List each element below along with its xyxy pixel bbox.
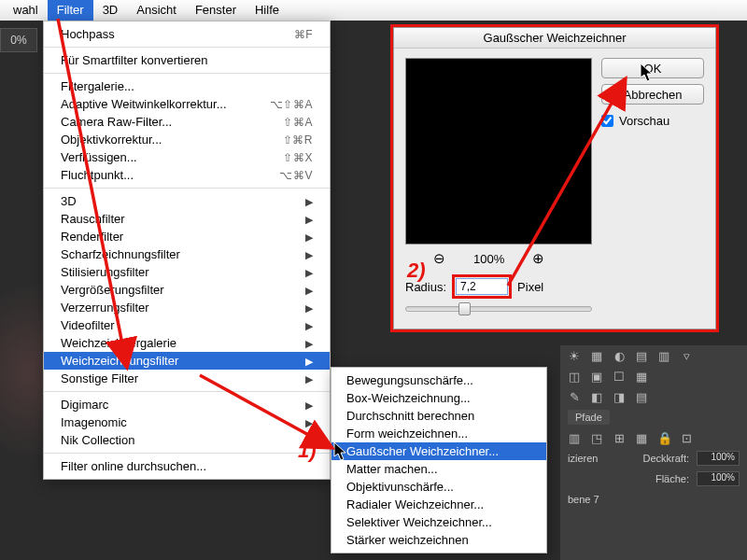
chevron-right-icon: ▶ [305, 249, 313, 260]
blur-submenu-item[interactable]: Stärker weichzeichnen [331, 531, 546, 549]
radius-slider-thumb[interactable] [458, 302, 471, 315]
filter-menu-item[interactable]: Filter online durchsuchen... [44, 457, 330, 475]
preview-checkbox-row[interactable]: Vorschau [601, 114, 704, 128]
blur-submenu-item[interactable]: Form weichzeichnen... [331, 425, 546, 442]
menu-3d[interactable]: 3D [93, 0, 128, 21]
panel-icon[interactable]: ▦ [635, 370, 648, 384]
filter-menu-item[interactable]: Nik Collection▶ [44, 431, 330, 449]
filter-menu-item[interactable]: Stilisierungsfilter▶ [44, 263, 330, 281]
fill-value[interactable]: 100% [697, 471, 740, 486]
filter-menu-item[interactable]: Verflüssigen...⇧⌘X [44, 148, 330, 166]
chevron-right-icon: ▶ [305, 196, 313, 207]
panel-icon[interactable]: ✎ [568, 390, 581, 404]
menu-hilfe[interactable]: Hilfe [246, 0, 289, 21]
menu-separator [44, 47, 330, 48]
blur-submenu-item[interactable]: Bewegungsunschärfe... [331, 371, 546, 389]
chevron-right-icon: ▶ [305, 417, 313, 428]
panel-icon[interactable]: ▿ [680, 349, 693, 363]
panel-icon[interactable]: ▤ [635, 349, 648, 363]
adjustment-icons-row: ☀▦◐▤▥▿ [560, 345, 747, 366]
panel-icons-row-3: ✎◧◨▤ [560, 386, 747, 407]
filter-menu-item[interactable]: Adaptive Weitwinkelkorrektur...⌥⇧⌘A [44, 95, 330, 113]
filter-menu-item[interactable]: Sonstige Filter▶ [44, 370, 330, 387]
panel-icon[interactable]: ▦ [590, 349, 603, 363]
filter-menu-item[interactable]: 3D▶ [44, 192, 330, 210]
panel-icon[interactable]: ▥ [657, 349, 670, 363]
filter-menu-item[interactable]: Rauschfilter▶ [44, 210, 330, 228]
panel-icon[interactable]: ◫ [568, 370, 581, 384]
filter-menu-item[interactable]: Scharfzeichnungsfilter▶ [44, 245, 330, 263]
panel-icon[interactable]: ◳ [590, 431, 603, 445]
menu-ansicht[interactable]: Ansicht [127, 0, 186, 21]
tab-paths[interactable]: Pfade [568, 410, 610, 425]
panel-icon[interactable]: ☀ [568, 349, 581, 363]
cancel-button[interactable]: Abbrechen [601, 84, 704, 105]
chevron-right-icon: ▶ [305, 373, 313, 385]
zoom-percent: 100% [473, 252, 504, 266]
blur-submenu-item[interactable]: Objektivunschärfe... [331, 478, 546, 496]
menubar: wahlFilter3DAnsichtFensterHilfe [0, 0, 747, 21]
preview-checkbox[interactable] [601, 115, 613, 127]
chevron-right-icon: ▶ [305, 302, 313, 314]
chevron-right-icon: ▶ [305, 231, 313, 243]
chevron-right-icon: ▶ [305, 320, 313, 331]
filter-menu-dropdown: Hochpass⌘FFür Smartfilter konvertierenFi… [43, 21, 331, 480]
preview-checkbox-label: Vorschau [619, 114, 669, 128]
zoom-out-icon[interactable]: ⊖ [433, 250, 445, 267]
blur-submenu-item[interactable]: Box-Weichzeichnung... [331, 389, 546, 407]
fill-row: Fläche: 100% [560, 469, 747, 489]
menu-filter[interactable]: Filter [48, 0, 93, 21]
filter-menu-item[interactable]: Weichzeichnungsfilter▶ [44, 352, 330, 370]
radius-input-highlight [452, 274, 512, 299]
chevron-right-icon: ▶ [305, 285, 313, 296]
preview-area[interactable] [405, 58, 592, 245]
chevron-right-icon: ▶ [305, 338, 313, 349]
panel-icon[interactable]: 🔒 [657, 431, 670, 445]
filter-menu-item[interactable]: Filtergalerie... [44, 77, 330, 95]
filter-menu-item[interactable]: Objektivkorrektur...⇧⌘R [44, 131, 330, 148]
zoom-in-icon[interactable]: ⊕ [532, 250, 544, 267]
panel-icon[interactable]: ◧ [590, 390, 603, 404]
filter-menu-item[interactable]: Imagenomic▶ [44, 413, 330, 431]
filter-menu-item[interactable]: Videofilter▶ [44, 316, 330, 334]
blur-submenu-item[interactable]: Matter machen... [331, 460, 546, 478]
layer-row[interactable]: bene 7 [560, 489, 747, 510]
filter-menu-item[interactable]: Renderfilter▶ [44, 228, 330, 245]
menu-fenster[interactable]: Fenster [186, 0, 246, 21]
radius-unit: Pixel [517, 280, 543, 294]
ok-button[interactable]: OK [601, 58, 704, 78]
filter-menu-item[interactable]: Hochpass⌘F [44, 25, 330, 43]
filter-menu-item[interactable]: Vergrößerungsfilter▶ [44, 281, 330, 299]
panel-icon[interactable]: ▣ [590, 370, 603, 384]
zoom-level[interactable]: 0% [0, 28, 37, 52]
filter-menu-item[interactable]: Digimarc▶ [44, 396, 330, 413]
panel-icon[interactable]: ☐ [613, 370, 626, 384]
panel-icon[interactable]: ▦ [635, 431, 648, 445]
panel-icon[interactable]: ◨ [613, 390, 626, 404]
gaussian-blur-dialog: Gaußscher Weichzeichner OK Abbrechen Vor… [393, 27, 716, 329]
panel-icons-row-2: ◫▣☐▦ [560, 366, 747, 386]
radius-slider[interactable] [405, 306, 592, 312]
menu-separator [44, 453, 330, 454]
blur-submenu-item[interactable]: Selektiver Weichzeichner... [331, 513, 546, 531]
panel-icon[interactable]: ◐ [613, 349, 626, 363]
panel-icon[interactable]: ▤ [635, 390, 648, 404]
panel-icon[interactable]: ⊡ [680, 431, 693, 445]
filter-menu-item[interactable]: Camera Raw-Filter...⇧⌘A [44, 113, 330, 131]
filter-menu-item[interactable]: Weichzeichnergalerie▶ [44, 334, 330, 352]
opacity-value[interactable]: 100% [697, 451, 740, 466]
blend-opacity-row: izieren Deckkraft: 100% [560, 448, 747, 469]
filter-menu-item[interactable]: Fluchtpunkt...⌥⌘V [44, 166, 330, 184]
radius-label: Radius: [405, 280, 446, 294]
blur-submenu-item[interactable]: Durchschnitt berechnen [331, 407, 546, 425]
blur-submenu-item[interactable]: Gaußscher Weichzeichner... [331, 442, 546, 460]
filter-menu-item[interactable]: Für Smartfilter konvertieren [44, 51, 330, 69]
radius-input[interactable] [456, 278, 508, 295]
menu-wahl[interactable]: wahl [4, 0, 48, 21]
panel-icon[interactable]: ⊞ [613, 431, 626, 445]
chevron-right-icon: ▶ [305, 435, 313, 446]
filter-menu-item[interactable]: Verzerrungsfilter▶ [44, 299, 330, 316]
panel-icon[interactable]: ▥ [568, 431, 581, 445]
blend-mode-field[interactable]: izieren [568, 453, 598, 464]
blur-submenu-item[interactable]: Radialer Weichzeichner... [331, 496, 546, 513]
